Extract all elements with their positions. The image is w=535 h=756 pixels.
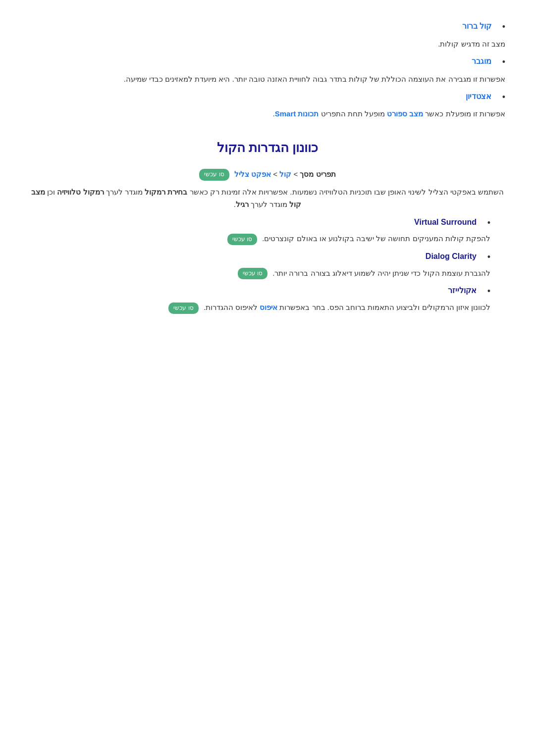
- path-sep1: >: [291, 170, 300, 178]
- section-amplified: • מוגבר אפשרות זו מגבירה את העוצמה הכולל…: [30, 55, 505, 85]
- main-desc-4: מוגדר לערך: [249, 200, 290, 208]
- path-badge: סו עכשי: [199, 169, 229, 180]
- stadium-smart-link: תכונות Smart: [275, 109, 319, 118]
- equalizer-badge: סו עכשי: [168, 302, 198, 314]
- sub-bullet-virtual-surround: • Virtual Surround: [30, 216, 490, 230]
- sound-settings-items: • Virtual Surround להפקת קולות המעניקים …: [30, 216, 490, 314]
- sub-bullet-dot-2: •: [481, 250, 490, 264]
- equalizer-title: אקולייזר: [448, 284, 477, 297]
- virtual-surround-badge: סו עכשי: [227, 234, 257, 245]
- stadium-desc-part2: מופעל תחת התפריט: [319, 109, 387, 118]
- main-desc-bold1: בחירת רמקול: [145, 188, 187, 196]
- bullet-title-clear-sound: קול ברור: [462, 20, 491, 33]
- path-sound: קול: [279, 170, 291, 178]
- equalizer-reset-link: איפוס: [260, 303, 277, 311]
- sub-bullet-dialog-clarity: • Dialog Clarity: [30, 250, 490, 264]
- dialog-clarity-desc: להגברת עוצמת הקול כדי שניתן יהיה לשמוע ד…: [30, 267, 490, 280]
- virtual-surround-title: Virtual Surround: [414, 216, 477, 229]
- virtual-surround-desc: להפקת קולות המעניקים תחושה של ישיבה בקול…: [30, 233, 490, 245]
- stadium-sport-link: מצב ספורט: [387, 109, 423, 118]
- main-desc-bold2: רמקול טלוויזיה: [57, 188, 104, 196]
- equalizer-desc-part2: לאיפוס ההגדרות.: [204, 303, 260, 311]
- bullet-item-clear-sound: • קול ברור: [30, 20, 505, 34]
- stadium-desc-part1: אפשרות זו מופעלת כאשר: [423, 109, 505, 118]
- section-clear-sound: • קול ברור מצב זה מדגיש קולות.: [30, 20, 505, 50]
- path-line: תפריט מסך > קול > אפקט צליל סו עכשי: [30, 168, 505, 181]
- sub-bullet-dot-1: •: [481, 216, 490, 230]
- equalizer-desc: לכוונון איזון הרמקולים ולביצוע התאמות בר…: [30, 302, 490, 314]
- virtual-surround-desc-text: להפקת קולות המעניקים תחושה של ישיבה בקול…: [262, 234, 490, 243]
- bullet-desc-stadium: אפשרות זו מופעלת כאשר מצב ספורט מופעל תח…: [30, 108, 505, 120]
- main-desc-bold4: רגיל: [236, 200, 249, 208]
- bullet-item-amplified: • מוגבר: [30, 55, 505, 69]
- dialog-clarity-title: Dialog Clarity: [426, 250, 477, 263]
- sub-bullet-equalizer: • אקולייזר: [30, 284, 490, 299]
- bullet-desc-clear-sound: מצב זה מדגיש קולות.: [30, 38, 505, 50]
- bullet-title-stadium: אצטדיון: [466, 90, 491, 103]
- main-desc-1: השתמש באפקטי הצליל לשינוי האופן שבו תוכנ…: [187, 188, 504, 196]
- path-effect: אפקט צליל: [234, 170, 271, 178]
- main-desc-2: מוגדר לערך: [104, 188, 145, 196]
- bullet-title-amplified: מוגבר: [472, 55, 491, 68]
- bullet-dot-1: •: [495, 20, 505, 34]
- bullet-item-stadium: • אצטדיון: [30, 90, 505, 104]
- sound-settings-main-desc: השתמש באפקטי הצליל לשינוי האופן שבו תוכנ…: [30, 186, 505, 211]
- bullet-dot-3: •: [495, 90, 505, 104]
- bullet-desc-amplified: אפשרות זו מגבירה את העוצמה הכוללת של קול…: [30, 73, 505, 85]
- sub-bullet-dot-3: •: [481, 284, 490, 299]
- path-sep2: >: [271, 170, 279, 178]
- equalizer-desc-part1: לכוונון איזון הרמקולים ולביצוע התאמות בר…: [277, 303, 490, 311]
- bullet-dot-2: •: [495, 55, 505, 69]
- sound-settings-heading: כוונון הגדרות הקול: [30, 138, 505, 158]
- dialog-clarity-desc-text: להגברת עוצמת הקול כדי שניתן יהיה לשמוע ד…: [272, 269, 490, 277]
- section-stadium: • אצטדיון אפשרות זו מופעלת כאשר מצב ספור…: [30, 90, 505, 120]
- path-label: תפריט מסך: [300, 170, 335, 178]
- main-desc-3: וכן: [45, 188, 57, 196]
- dialog-clarity-badge: סו עכשי: [238, 268, 268, 279]
